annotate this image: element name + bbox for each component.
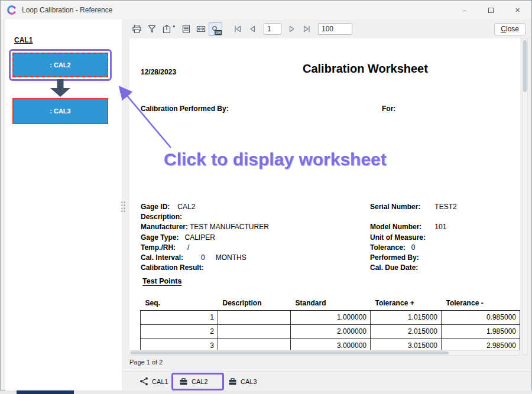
first-page-icon (233, 25, 242, 33)
gage-fields: Gage ID:CAL2 Serial Number:TEST2 Descrip… (141, 202, 513, 273)
field-label: Calibration Result: (141, 263, 204, 273)
last-page-icon (303, 25, 311, 33)
cell: 2.000000 (291, 324, 371, 338)
export-icon (162, 24, 171, 34)
table-header-row: Seq. Description Standard Tolerance + To… (141, 296, 520, 310)
for-label: For: (382, 105, 395, 113)
loop-node-cal2[interactable]: : CAL2 (12, 53, 108, 77)
zoom-100-badge: 100 (215, 30, 222, 35)
performed-by-label: Calibration Performed By: (141, 105, 229, 113)
window-title: Loop Calibration - Reference (22, 6, 112, 14)
funnel-icon (147, 24, 157, 34)
cell: 2.015000 (371, 324, 442, 338)
printer-icon (132, 24, 142, 34)
loop-share-icon (140, 377, 148, 386)
field-label: Unit of Measure: (370, 233, 426, 243)
previous-page-button[interactable] (245, 22, 259, 36)
page-width-icon (196, 24, 206, 34)
next-page-icon (288, 25, 296, 33)
taskbar-fragment (17, 390, 74, 394)
cell: 1.985000 (442, 324, 520, 338)
field-value: / (187, 243, 189, 253)
page-width-button[interactable] (194, 22, 207, 36)
field-label: Temp./RH: (141, 243, 176, 253)
col-header-seq: Seq. (141, 296, 218, 310)
field-label: Cal. Due Date: (370, 263, 418, 273)
cell: 1 (141, 310, 218, 324)
cell: 1.000000 (291, 310, 371, 324)
horizontal-scrollbar-thumb[interactable] (131, 351, 449, 354)
page-number-input[interactable] (264, 23, 281, 35)
field-unit: MONTHS (216, 253, 246, 263)
cell: 3.000000 (291, 338, 371, 350)
cal2-tab-annotation-outline (171, 373, 224, 390)
page-layout-button[interactable] (179, 22, 193, 36)
field-row: Manufacturer:TEST MANUFACTURER Model Num… (141, 222, 513, 232)
close-window-button[interactable]: ✕ (504, 1, 531, 19)
cell (218, 310, 291, 324)
field-value: CALIPER (184, 233, 215, 243)
app-window: Loop Calibration - Reference – ✕ CAL1 : … (0, 0, 532, 390)
flow-down-arrow-icon (49, 79, 72, 100)
field-row: Calibration Result: Cal. Due Date: (141, 263, 513, 273)
cell: 1.015000 (371, 310, 442, 324)
page-status: Page 1 of 2 (129, 359, 163, 366)
filter-button[interactable] (145, 22, 158, 36)
col-header-description: Description (218, 296, 291, 310)
cell: 0.985000 (442, 310, 520, 324)
zoom-input[interactable] (318, 23, 352, 35)
doc-tab-cal3-label: CAL3 (241, 378, 257, 385)
close-button-label: lose (506, 25, 519, 33)
window-controls: – ✕ (451, 1, 531, 19)
page-layout-icon (181, 24, 191, 34)
table-row: 1 1.000000 1.015000 0.985000 (141, 310, 520, 324)
loop-node-cal3-label: : CAL3 (50, 108, 70, 115)
field-value: TEST2 (434, 202, 456, 212)
cell (218, 338, 291, 350)
print-button[interactable] (130, 22, 144, 36)
field-row: Gage ID:CAL2 Serial Number:TEST2 (141, 202, 513, 212)
minimize-button[interactable]: – (451, 1, 478, 19)
zoom-100-button[interactable]: 100 (209, 22, 222, 36)
minimize-icon: – (462, 6, 466, 14)
toolbox-icon (228, 377, 237, 386)
next-page-button[interactable] (285, 22, 299, 36)
cell: 2 (141, 324, 218, 338)
maximize-button[interactable] (478, 1, 504, 19)
field-value: TEST MANUFACTURER (190, 222, 269, 232)
first-page-button[interactable] (231, 22, 244, 36)
table-row: 3 3.000000 3.015000 2.985000 (141, 338, 520, 350)
annotation-text: Click to display worksheet (164, 149, 387, 170)
field-label: Gage ID: (141, 202, 170, 212)
vertical-scrollbar-thumb[interactable] (523, 40, 527, 92)
splitter-grip[interactable] (121, 201, 126, 213)
field-label: Manufacturer: (141, 222, 188, 232)
screen: Loop Calibration - Reference – ✕ CAL1 : … (0, 0, 532, 394)
field-label: Description: (141, 212, 182, 222)
field-label: Gage Type: (141, 233, 179, 243)
field-value: 0 (411, 243, 416, 253)
report-date: 12/28/2023 (141, 68, 176, 76)
vertical-scrollbar[interactable] (522, 38, 528, 355)
loop-sidebar: CAL1 : CAL2 : CAL3 (5, 19, 122, 390)
close-button[interactable]: Close (494, 23, 525, 35)
loop-root-label: CAL1 (14, 36, 33, 44)
report-toolbar: ▾ 100 (122, 19, 531, 38)
horizontal-scrollbar[interactable] (129, 350, 520, 356)
field-row: Cal. Interval:0MONTHS Performed By: (141, 253, 513, 263)
loop-node-cal3[interactable]: : CAL3 (12, 98, 108, 124)
field-label: Serial Number: (370, 202, 420, 212)
field-row: Gage Type:CALIPER Unit of Measure: (141, 233, 513, 243)
test-points-table: Seq. Description Standard Tolerance + To… (140, 296, 520, 350)
previous-page-icon (248, 25, 257, 33)
doc-tab-cal3[interactable]: CAL3 (228, 372, 257, 390)
export-dropdown-caret-icon: ▾ (173, 24, 175, 28)
last-page-button[interactable] (300, 22, 313, 36)
export-button[interactable]: ▾ (160, 22, 173, 36)
field-value: 101 (434, 222, 446, 232)
document-tabbar: CAL1 CAL2 CAL3 (122, 372, 531, 390)
cell: 2.985000 (442, 338, 520, 350)
doc-tab-cal1[interactable]: CAL1 (140, 372, 168, 390)
cell: 3.015000 (371, 338, 442, 350)
field-label: Performed By: (370, 253, 419, 263)
